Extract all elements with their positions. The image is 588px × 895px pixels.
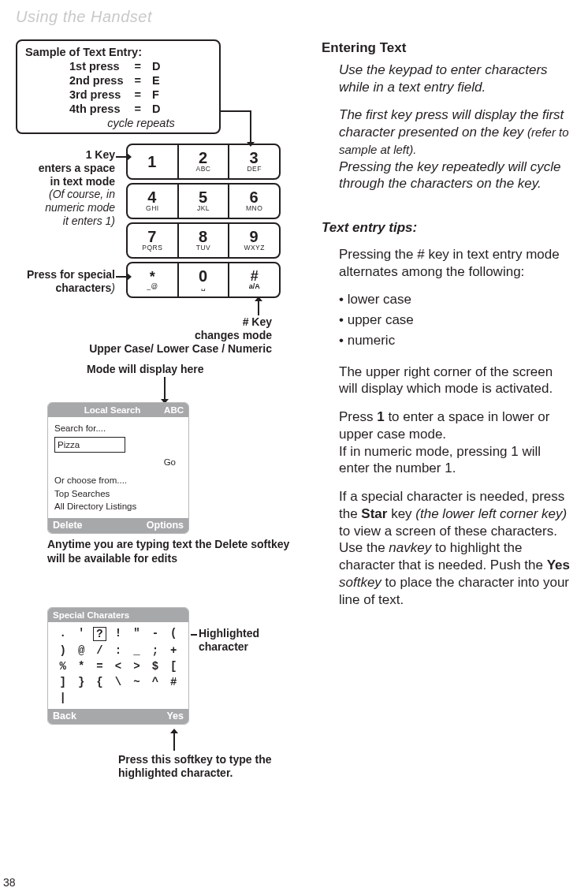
special-char[interactable]: ( xyxy=(167,627,180,641)
annotation-key1: 1 Key enters a space in text mode (Of co… xyxy=(5,148,115,228)
para-1b: The first key press will display the fir… xyxy=(339,106,574,158)
key-2[interactable]: 2ABC xyxy=(179,145,230,178)
softkey-yes[interactable]: Yes xyxy=(166,710,184,722)
modes-list: lower case upper case numeric xyxy=(339,291,574,349)
para-4: If a special character is needed, press … xyxy=(339,488,574,539)
annotation-delete: Anytime you are typing text the Delete s… xyxy=(47,538,292,565)
softkey-delete[interactable]: Delete xyxy=(53,520,83,531)
tips-intro: Pressing the # key in text entry mode al… xyxy=(339,246,574,281)
key-3[interactable]: 3DEF xyxy=(229,145,279,178)
special-char[interactable]: @ xyxy=(74,644,87,657)
special-char[interactable]: $ xyxy=(148,660,162,673)
heading-entering-text: Entering Text xyxy=(322,39,574,57)
para-3c: If in numeric mode, pressing 1 will ente… xyxy=(339,443,574,478)
special-char[interactable]: > xyxy=(130,660,143,673)
para-1a: Use the keypad to enter characters while… xyxy=(339,62,574,96)
go-button[interactable]: Go xyxy=(54,456,176,469)
special-char[interactable]: ? xyxy=(93,627,106,641)
special-char[interactable]: ) xyxy=(56,644,69,657)
annotation-star: Press for special characters) xyxy=(0,268,115,295)
keypad: 1 2ABC 3DEF 4GHI 5JKL 6MNO 7PQRS 8TUV 9W… xyxy=(126,144,281,301)
sample-table: 1st press=D 2nd press=E 3rd press=F 4th … xyxy=(63,58,166,117)
mode-lower: lower case xyxy=(339,291,574,308)
special-char[interactable]: ^ xyxy=(148,676,162,688)
char-grid[interactable]: .'?!"-()@/:_;+%*=<>$[]}{\~^#| xyxy=(48,622,188,709)
arrow-mode xyxy=(164,377,166,399)
special-char[interactable]: _ xyxy=(130,644,143,657)
softkey-options[interactable]: Options xyxy=(147,520,184,531)
special-char[interactable]: . xyxy=(56,627,69,641)
special-char[interactable]: ~ xyxy=(130,676,143,688)
arrow-softkey xyxy=(173,733,175,751)
key-4[interactable]: 4GHI xyxy=(128,185,179,218)
key-0[interactable]: 0␣ xyxy=(179,263,230,296)
right-column: Entering Text Use the keypad to enter ch… xyxy=(322,39,574,619)
special-char[interactable]: / xyxy=(93,644,106,657)
special-char[interactable]: [ xyxy=(167,660,180,673)
titlebar: Local Search ABC xyxy=(48,403,188,417)
search-input[interactable]: Pizza xyxy=(54,437,125,453)
special-char[interactable]: + xyxy=(167,644,180,657)
special-char[interactable]: | xyxy=(56,692,69,704)
special-char[interactable]: ! xyxy=(111,627,125,641)
key-star[interactable]: *_@ xyxy=(128,263,179,296)
softkey-back[interactable]: Back xyxy=(53,710,76,722)
special-char[interactable]: # xyxy=(167,676,180,688)
special-char[interactable]: = xyxy=(93,660,106,673)
mode-numeric: numeric xyxy=(339,332,574,349)
special-char[interactable]: < xyxy=(111,660,125,673)
special-char[interactable]: " xyxy=(130,627,143,641)
all-listings[interactable]: All Directory Listings xyxy=(54,500,182,513)
annotation-mode: Mode will display here xyxy=(87,363,204,376)
key-6[interactable]: 6MNO xyxy=(229,185,279,218)
arrow-star xyxy=(116,276,127,278)
para-1c: Pressing the key repeatedly will cycle t… xyxy=(339,158,574,193)
annotation-highlighted: Highlighted character xyxy=(199,627,259,654)
para-4e: Use the navkey to highlight the characte… xyxy=(339,539,574,608)
special-titlebar: Special Charaters xyxy=(48,608,188,622)
or-choose-label: Or choose from.... xyxy=(54,474,182,487)
annotation-hash: # Key changes mode Upper Case/ Lower Cas… xyxy=(47,315,272,355)
special-char[interactable]: \ xyxy=(111,676,125,688)
key-hash[interactable]: #a/A xyxy=(229,263,279,296)
local-search-screen: Local Search ABC Search for.... Pizza Go… xyxy=(47,402,189,534)
special-char[interactable]: } xyxy=(74,676,87,688)
key-9[interactable]: 9WXYZ xyxy=(229,224,279,257)
page-number: 38 xyxy=(3,876,16,889)
special-char[interactable]: : xyxy=(111,644,125,657)
search-for-label: Search for.... xyxy=(54,422,182,435)
special-char[interactable]: ] xyxy=(56,676,69,688)
sample-title: Sample of Text Entry: xyxy=(25,46,211,58)
special-chars-screen: Special Charaters .'?!"-()@/:_;+%*=<>$[]… xyxy=(47,607,189,725)
page-title: Using the Handset xyxy=(16,8,152,26)
arrow-key1 xyxy=(116,156,127,158)
line-sample-v xyxy=(250,110,251,142)
line-sample-h xyxy=(221,110,251,112)
mode-upper: upper case xyxy=(339,311,574,329)
special-char[interactable]: ' xyxy=(74,627,87,641)
special-char[interactable]: { xyxy=(93,676,106,688)
para-2: The upper right corner of the screen wil… xyxy=(339,364,574,398)
line-highlighted xyxy=(191,634,197,636)
left-column: Sample of Text Entry: 1st press=D 2nd pr… xyxy=(16,39,307,134)
heading-tips: Text entry tips: xyxy=(322,219,574,237)
screen-title: Local Search xyxy=(61,405,164,415)
mode-indicator: ABC xyxy=(164,405,184,415)
special-title: Special Charaters xyxy=(53,610,184,620)
sample-box: Sample of Text Entry: 1st press=D 2nd pr… xyxy=(16,39,221,134)
special-char[interactable]: ; xyxy=(148,644,162,657)
special-char[interactable]: * xyxy=(74,660,87,673)
special-char[interactable]: - xyxy=(148,627,162,641)
para-3: Press 1 to enter a space in lower or upp… xyxy=(339,408,574,443)
cycle-note: cycle repeats xyxy=(71,117,211,129)
key-5[interactable]: 5JKL xyxy=(179,185,230,218)
key-1[interactable]: 1 xyxy=(128,145,179,178)
key-7[interactable]: 7PQRS xyxy=(128,224,179,257)
key-8[interactable]: 8TUV xyxy=(179,224,230,257)
special-char[interactable]: % xyxy=(56,660,69,673)
arrow-hash xyxy=(258,301,259,315)
annotation-softkey: Press this softkey to type the highlight… xyxy=(118,753,300,780)
top-searches[interactable]: Top Searches xyxy=(54,487,182,501)
